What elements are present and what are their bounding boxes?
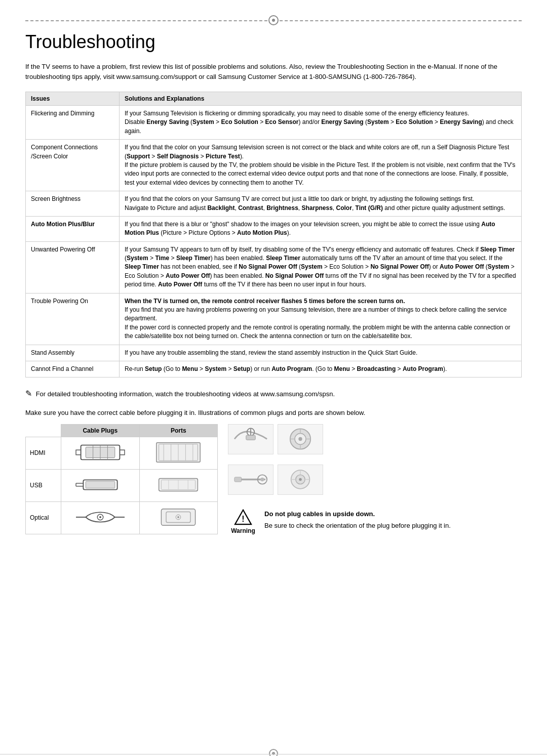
table-row: Auto Motion Plus/BlurIf you find that th… [26,216,522,241]
svg-rect-42 [235,477,242,482]
cable-intro: Make sure you have the correct cable bef… [25,408,522,418]
hdmi-plug-icon [75,440,126,465]
table-row: Flickering and DimmingIf your Samsung Te… [26,106,522,140]
note-icon: ✎ [25,389,32,398]
svg-point-45 [299,478,302,481]
port-image-2 [278,424,323,454]
issue-cell: Component Connections /Screen Color [26,140,120,191]
svg-point-29 [177,516,179,518]
col-issues-header: Issues [26,92,120,106]
main-content: Troubleshooting If the TV seems to have … [0,21,547,567]
usb-port [139,469,218,501]
warning-triangle-icon: ! [234,509,252,525]
table-row: Cannot Find a ChannelRe-run Setup (Go to… [26,361,522,377]
svg-point-23 [99,516,101,518]
cable-plug-2-icon [230,466,271,493]
page-title: Troubleshooting [25,31,522,53]
cable-plugs-header: Cable Plugs [61,424,140,437]
solution-cell: If your Samsung Television is flickering… [120,106,522,140]
coax-port-icon [280,425,321,453]
cable-plug-hdmi [61,437,140,469]
svg-point-35 [298,437,302,441]
issue-cell: Trouble Powering On [26,293,120,345]
warning-line2: Be sure to check the orientation of the … [264,521,451,531]
hdmi-port [139,437,218,469]
usb-plug-icon [75,473,126,497]
cable-plug-optical [61,501,140,534]
optical-port-icon [153,505,204,529]
table-row: Screen BrightnessIf you find that the co… [26,191,522,217]
cable-plug-usb [61,469,140,501]
issue-cell: Auto Motion Plus/Blur [26,216,120,241]
issues-table: Issues Solutions and Explanations Flicke… [25,92,522,377]
issue-cell: Flickering and Dimming [26,106,120,140]
cable-port-2-icon [280,466,321,493]
table-row: Component Connections /Screen ColorIf yo… [26,140,522,191]
hdmi-port-icon [153,440,204,465]
ports-header: Ports [139,424,218,437]
cable-row-optical: Optical [26,501,218,534]
solution-cell: Re-run Setup (Go to Menu > System > Setu… [120,361,522,377]
cable-row-usb: USB [26,469,218,501]
solution-cell: When the TV is turned on, the remote con… [120,293,522,345]
solution-cell: If you find that the colors on your Sams… [120,191,522,217]
cable-diagram: Cable Plugs Ports HDMI [25,424,522,537]
intro-text: If the TV seems to have a problem, first… [25,62,522,81]
note-text: For detailed troubleshooting information… [36,390,335,398]
solution-cell: If you find that the color on your Samsu… [120,140,522,191]
svg-rect-13 [86,481,115,488]
solution-cell: If you find that there is a blur or "gho… [120,216,522,241]
port-images [228,424,522,454]
cable-label-hdmi: HDMI [26,437,61,469]
table-row: Trouble Powering OnWhen the TV is turned… [26,293,522,345]
port-image-1 [228,424,274,454]
svg-text:!: ! [242,515,244,523]
issue-cell: Stand Assembly [26,345,120,361]
table-row: Unwanted Powering OffIf your Samsung TV … [26,241,522,293]
cable-row-hdmi: HDMI [26,437,218,469]
issue-cell: Screen Brightness [26,191,120,217]
solution-cell: If you have any trouble assembling the s… [120,345,522,361]
svg-rect-32 [246,436,255,440]
port-image-4 [278,465,323,495]
nav-circle-top [268,15,279,25]
note-section: ✎ For detailed troubleshooting informati… [25,388,522,400]
page-footer: [UF6400-ZA]BN68-04793A-07ENG.indb 21 Eng… [0,754,547,756]
coax-cable-icon [230,425,271,453]
optical-plug-icon [75,505,126,529]
cable-label-usb: USB [26,469,61,501]
warning-label-text: Warning [231,527,255,534]
optical-port [139,501,218,534]
cable-table-wrap: Cable Plugs Ports HDMI [25,424,218,534]
warning-label-container: ! Warning [228,509,258,534]
cable-label-optical: Optical [26,501,61,534]
svg-point-41 [260,478,264,481]
warning-box: ! Warning Do not plug cables in upside d… [228,509,522,537]
port-images-2 [228,465,522,495]
issue-cell: Cannot Find a Channel [26,361,120,377]
port-image-3 [228,465,274,495]
cable-table: Cable Plugs Ports HDMI [25,424,218,534]
cable-section: Make sure you have the correct cable bef… [25,408,522,537]
warning-text-content: Do not plug cables in upside down. Be su… [264,509,451,537]
page-container: Troubleshooting If the TV seems to have … [0,20,547,756]
warning-line1: Do not plug cables in upside down. [264,509,451,519]
solution-cell: If your Samsung TV appears to turn off b… [120,241,522,293]
warning-section: ! Warning Do not plug cables in upside d… [228,424,522,537]
issue-cell: Unwanted Powering Off [26,241,120,293]
col-solutions-header: Solutions and Explanations [120,92,522,106]
table-row: Stand AssemblyIf you have any trouble as… [26,345,522,361]
usb-port-icon [153,473,204,497]
